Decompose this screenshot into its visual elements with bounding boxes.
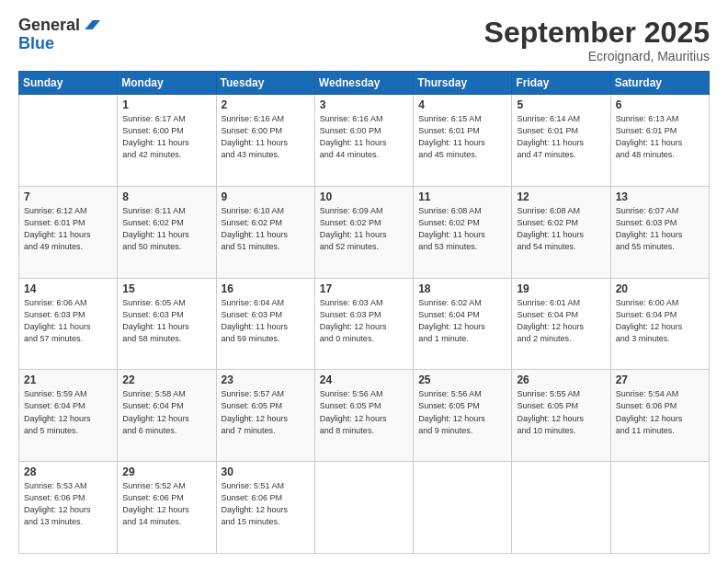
- day-info: Sunrise: 6:00 AM Sunset: 6:04 PM Dayligh…: [616, 297, 704, 345]
- day-number: 7: [24, 190, 112, 203]
- day-number: 10: [320, 190, 408, 203]
- calendar-cell: 21Sunrise: 5:59 AM Sunset: 6:04 PM Dayli…: [19, 370, 118, 462]
- calendar-cell: 17Sunrise: 6:03 AM Sunset: 6:03 PM Dayli…: [314, 278, 413, 370]
- day-number: 4: [418, 98, 506, 111]
- day-info: Sunrise: 6:16 AM Sunset: 6:00 PM Dayligh…: [222, 113, 310, 161]
- day-number: 6: [616, 98, 704, 111]
- day-info: Sunrise: 6:08 AM Sunset: 6:02 PM Dayligh…: [517, 205, 605, 253]
- day-number: 28: [24, 465, 112, 478]
- day-number: 29: [122, 465, 210, 478]
- day-number: 16: [222, 282, 310, 295]
- day-info: Sunrise: 6:04 AM Sunset: 6:03 PM Dayligh…: [222, 297, 310, 345]
- month-title: September 2025: [484, 17, 710, 49]
- col-friday: Friday: [512, 72, 610, 95]
- day-info: Sunrise: 6:05 AM Sunset: 6:03 PM Dayligh…: [122, 297, 210, 345]
- page: General Blue September 2025 Ecroignard, …: [0, 0, 728, 563]
- day-info: Sunrise: 5:56 AM Sunset: 6:05 PM Dayligh…: [418, 388, 506, 436]
- calendar-cell: 8Sunrise: 6:11 AM Sunset: 6:02 PM Daylig…: [118, 186, 216, 278]
- calendar-cell: 16Sunrise: 6:04 AM Sunset: 6:03 PM Dayli…: [216, 278, 314, 370]
- title-block: September 2025 Ecroignard, Mauritius: [484, 17, 710, 63]
- day-info: Sunrise: 5:59 AM Sunset: 6:04 PM Dayligh…: [24, 388, 112, 436]
- day-info: Sunrise: 6:07 AM Sunset: 6:03 PM Dayligh…: [616, 205, 704, 253]
- day-info: Sunrise: 5:52 AM Sunset: 6:06 PM Dayligh…: [122, 480, 210, 528]
- day-info: Sunrise: 5:51 AM Sunset: 6:06 PM Dayligh…: [222, 480, 310, 528]
- logo-icon: [82, 16, 100, 34]
- day-number: 13: [616, 190, 704, 203]
- day-number: 30: [222, 465, 310, 478]
- day-number: 18: [418, 282, 506, 295]
- calendar-cell: 15Sunrise: 6:05 AM Sunset: 6:03 PM Dayli…: [118, 278, 216, 370]
- day-number: 20: [616, 282, 704, 295]
- day-number: 1: [122, 98, 210, 111]
- day-number: 14: [24, 282, 112, 295]
- calendar-cell: 11Sunrise: 6:08 AM Sunset: 6:02 PM Dayli…: [414, 186, 512, 278]
- calendar-cell: 24Sunrise: 5:56 AM Sunset: 6:05 PM Dayli…: [314, 370, 413, 462]
- day-info: Sunrise: 5:57 AM Sunset: 6:05 PM Dayligh…: [222, 388, 310, 436]
- calendar-cell: 28Sunrise: 5:53 AM Sunset: 6:06 PM Dayli…: [19, 462, 118, 554]
- day-info: Sunrise: 6:12 AM Sunset: 6:01 PM Dayligh…: [24, 205, 112, 253]
- day-info: Sunrise: 6:10 AM Sunset: 6:02 PM Dayligh…: [222, 205, 310, 253]
- calendar-table: Sunday Monday Tuesday Wednesday Thursday…: [18, 71, 710, 554]
- calendar-cell: 30Sunrise: 5:51 AM Sunset: 6:06 PM Dayli…: [216, 462, 314, 554]
- location-subtitle: Ecroignard, Mauritius: [484, 49, 710, 63]
- calendar-cell: 1Sunrise: 6:17 AM Sunset: 6:00 PM Daylig…: [118, 95, 216, 187]
- calendar-cell: 6Sunrise: 6:13 AM Sunset: 6:01 PM Daylig…: [610, 95, 709, 187]
- calendar-cell: 26Sunrise: 5:55 AM Sunset: 6:05 PM Dayli…: [512, 370, 610, 462]
- day-number: 19: [517, 282, 605, 295]
- calendar-cell: 2Sunrise: 6:16 AM Sunset: 6:00 PM Daylig…: [216, 95, 314, 187]
- calendar-week-1: 1Sunrise: 6:17 AM Sunset: 6:00 PM Daylig…: [19, 95, 710, 187]
- day-number: 9: [222, 190, 310, 203]
- day-info: Sunrise: 5:53 AM Sunset: 6:06 PM Dayligh…: [24, 480, 112, 528]
- calendar-cell: [314, 462, 413, 554]
- calendar-cell: [19, 95, 118, 187]
- calendar-cell: 27Sunrise: 5:54 AM Sunset: 6:06 PM Dayli…: [610, 370, 709, 462]
- day-info: Sunrise: 6:02 AM Sunset: 6:04 PM Dayligh…: [418, 297, 506, 345]
- day-number: 3: [320, 98, 408, 111]
- calendar-week-2: 7Sunrise: 6:12 AM Sunset: 6:01 PM Daylig…: [19, 186, 710, 278]
- day-number: 23: [222, 373, 310, 386]
- calendar-cell: 20Sunrise: 6:00 AM Sunset: 6:04 PM Dayli…: [610, 278, 709, 370]
- day-info: Sunrise: 6:15 AM Sunset: 6:01 PM Dayligh…: [418, 113, 506, 161]
- logo: General Blue: [18, 17, 100, 53]
- day-number: 11: [418, 190, 506, 203]
- day-info: Sunrise: 6:03 AM Sunset: 6:03 PM Dayligh…: [320, 297, 408, 345]
- day-info: Sunrise: 6:09 AM Sunset: 6:02 PM Dayligh…: [320, 205, 408, 253]
- calendar-cell: 25Sunrise: 5:56 AM Sunset: 6:05 PM Dayli…: [414, 370, 512, 462]
- calendar-cell: 10Sunrise: 6:09 AM Sunset: 6:02 PM Dayli…: [314, 186, 413, 278]
- day-number: 24: [320, 373, 408, 386]
- day-info: Sunrise: 6:17 AM Sunset: 6:00 PM Dayligh…: [122, 113, 210, 161]
- calendar-cell: 9Sunrise: 6:10 AM Sunset: 6:02 PM Daylig…: [216, 186, 314, 278]
- day-info: Sunrise: 5:54 AM Sunset: 6:06 PM Dayligh…: [616, 388, 704, 436]
- calendar-cell: [414, 462, 512, 554]
- calendar-cell: [512, 462, 610, 554]
- calendar-cell: 3Sunrise: 6:16 AM Sunset: 6:00 PM Daylig…: [314, 95, 413, 187]
- calendar-cell: 22Sunrise: 5:58 AM Sunset: 6:04 PM Dayli…: [118, 370, 216, 462]
- calendar-cell: 5Sunrise: 6:14 AM Sunset: 6:01 PM Daylig…: [512, 95, 610, 187]
- calendar-cell: 14Sunrise: 6:06 AM Sunset: 6:03 PM Dayli…: [19, 278, 118, 370]
- logo-text: General Blue: [18, 17, 100, 53]
- day-number: 17: [320, 282, 408, 295]
- day-number: 26: [517, 373, 605, 386]
- day-number: 12: [517, 190, 605, 203]
- day-info: Sunrise: 6:14 AM Sunset: 6:01 PM Dayligh…: [517, 113, 605, 161]
- calendar-week-5: 28Sunrise: 5:53 AM Sunset: 6:06 PM Dayli…: [19, 462, 710, 554]
- day-number: 27: [616, 373, 704, 386]
- svg-marker-0: [85, 20, 100, 29]
- calendar-header-row: Sunday Monday Tuesday Wednesday Thursday…: [19, 72, 710, 95]
- col-sunday: Sunday: [19, 72, 118, 95]
- col-saturday: Saturday: [610, 72, 709, 95]
- day-info: Sunrise: 6:08 AM Sunset: 6:02 PM Dayligh…: [418, 205, 506, 253]
- day-number: 21: [24, 373, 112, 386]
- calendar-week-3: 14Sunrise: 6:06 AM Sunset: 6:03 PM Dayli…: [19, 278, 710, 370]
- calendar-cell: [610, 462, 709, 554]
- day-info: Sunrise: 5:56 AM Sunset: 6:05 PM Dayligh…: [320, 388, 408, 436]
- day-info: Sunrise: 5:58 AM Sunset: 6:04 PM Dayligh…: [122, 388, 210, 436]
- calendar-cell: 18Sunrise: 6:02 AM Sunset: 6:04 PM Dayli…: [414, 278, 512, 370]
- calendar-cell: 4Sunrise: 6:15 AM Sunset: 6:01 PM Daylig…: [414, 95, 512, 187]
- calendar-cell: 19Sunrise: 6:01 AM Sunset: 6:04 PM Dayli…: [512, 278, 610, 370]
- col-thursday: Thursday: [414, 72, 512, 95]
- header: General Blue September 2025 Ecroignard, …: [18, 17, 710, 63]
- day-info: Sunrise: 6:13 AM Sunset: 6:01 PM Dayligh…: [616, 113, 704, 161]
- col-tuesday: Tuesday: [216, 72, 314, 95]
- calendar-cell: 29Sunrise: 5:52 AM Sunset: 6:06 PM Dayli…: [118, 462, 216, 554]
